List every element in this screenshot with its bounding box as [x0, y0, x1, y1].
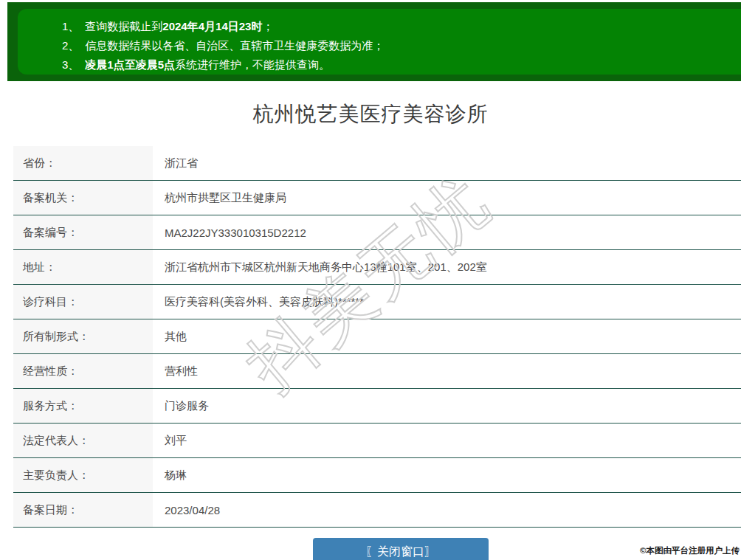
notice-line-2-text: 信息数据结果以各省、自治区、直辖市卫生健康委数据为准； — [85, 39, 384, 52]
row-label: 省份： — [13, 146, 153, 180]
notice-line-2-number: 2、 — [62, 36, 79, 55]
table-row-ownership-form: 所有制形式： 其他 — [13, 319, 741, 354]
row-value: 2023/04/28 — [153, 493, 741, 527]
notice-line-3: 3、凌晨1点至凌晨5点系统进行维护，不能提供查询。 — [62, 55, 741, 75]
row-label: 服务方式： — [13, 389, 153, 423]
notice-banner: 1、查询数据截止到2024年4月14日23时； 2、信息数据结果以各省、自治区、… — [7, 2, 741, 81]
row-label: 地址： — [13, 250, 153, 284]
table-row-registration-authority: 备案机关： 杭州市拱墅区卫生健康局 — [13, 181, 741, 215]
row-label: 经营性质： — [13, 354, 153, 388]
table-row-province: 省份： 浙江省 — [13, 146, 741, 181]
notice-line-2: 2、信息数据结果以各省、自治区、直辖市卫生健康委数据为准； — [62, 36, 741, 55]
row-label: 备案机关： — [13, 181, 153, 215]
row-value: 杭州市拱墅区卫生健康局 — [153, 181, 741, 215]
row-value: 浙江省 — [153, 146, 741, 180]
notice-line-3-bold: 凌晨1点至凌晨5点 — [85, 58, 175, 71]
page-title: 杭州悦艺美医疗美容诊所 — [0, 100, 741, 128]
row-value: 浙江省杭州市下城区杭州新天地商务中心13幢101室、201、202室 — [153, 250, 741, 284]
table-row-legal-representative: 法定代表人： 刘平 — [13, 424, 741, 458]
table-row-service-mode: 服务方式： 门诊服务 — [13, 389, 741, 424]
close-window-button[interactable]: 〖关闭窗口〗 — [313, 538, 489, 560]
row-label: 备案日期： — [13, 493, 153, 527]
table-row-medical-subjects: 诊疗科目： 医疗美容科(美容外科、美容皮肤科)****** — [13, 285, 741, 319]
row-label: 所有制形式： — [13, 319, 153, 353]
table-row-registration-number: 备案编号： MA2J22JY333010315D2212 — [13, 215, 741, 250]
record-table: 省份： 浙江省 备案机关： 杭州市拱墅区卫生健康局 备案编号： MA2J22JY… — [13, 146, 741, 528]
upload-attribution-watermark: ©本图由平台注册用户上传 — [640, 545, 740, 556]
notice-banner-inner: 1、查询数据截止到2024年4月14日23时； 2、信息数据结果以各省、自治区、… — [18, 9, 741, 75]
row-value: 杨琳 — [153, 458, 741, 492]
row-label: 备案编号： — [13, 215, 153, 249]
row-value: MA2J22JY333010315D2212 — [153, 215, 741, 249]
notice-line-3-tail: 系统进行维护，不能提供查询。 — [175, 58, 330, 71]
row-label: 诊疗科目： — [13, 285, 153, 319]
notice-line-1-text: 查询数据截止到 — [85, 20, 162, 32]
table-row-address: 地址： 浙江省杭州市下城区杭州新天地商务中心13幢101室、201、202室 — [13, 250, 741, 285]
row-value: 营利性 — [153, 354, 741, 388]
table-row-business-nature: 经营性质： 营利性 — [13, 354, 741, 389]
row-value: 门诊服务 — [153, 389, 741, 423]
row-value: 医疗美容科(美容外科、美容皮肤科)****** — [153, 285, 741, 319]
table-row-registration-date: 备案日期： 2023/04/28 — [13, 493, 741, 528]
row-value: 刘平 — [153, 424, 741, 457]
notice-line-1: 1、查询数据截止到2024年4月14日23时； — [62, 17, 741, 36]
row-label: 法定代表人： — [13, 424, 153, 457]
notice-line-1-number: 1、 — [62, 17, 79, 36]
notice-line-1-tail: ； — [262, 20, 273, 32]
notice-line-1-bold: 2024年4月14日23时 — [162, 20, 262, 32]
notice-line-3-number: 3、 — [62, 55, 79, 75]
row-label: 主要负责人： — [13, 458, 153, 492]
table-row-main-person-in-charge: 主要负责人： 杨琳 — [13, 458, 741, 493]
row-value: 其他 — [153, 319, 741, 353]
